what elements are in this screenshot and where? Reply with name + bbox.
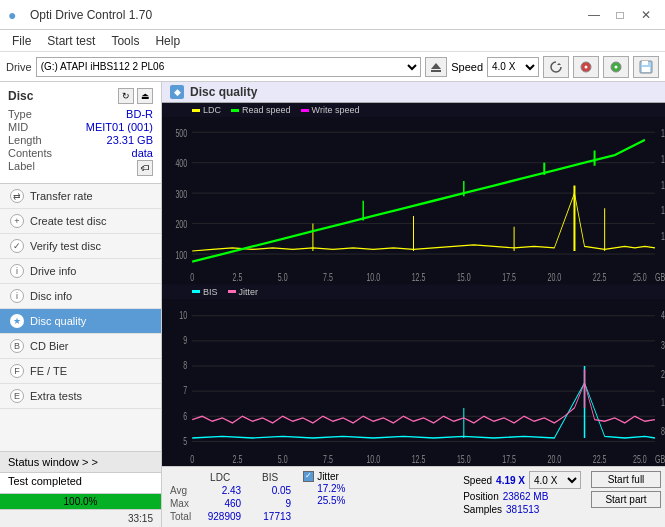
speed-pos-col: Speed 4.19 X 4.0 X Position 23862 MB xyxy=(463,471,581,515)
sidebar-item-cd-bier[interactable]: B CD Bier xyxy=(0,334,161,359)
svg-text:8%: 8% xyxy=(661,423,665,436)
jitter-checkbox[interactable] xyxy=(303,471,314,482)
svg-text:22.5: 22.5 xyxy=(593,452,607,465)
menu-start-test[interactable]: Start test xyxy=(39,32,103,50)
svg-text:2.5: 2.5 xyxy=(233,272,243,284)
save-button[interactable] xyxy=(633,56,659,78)
dq-header: ◆ Disc quality xyxy=(162,82,665,103)
svg-text:300: 300 xyxy=(175,188,187,200)
svg-text:20.0: 20.0 xyxy=(547,452,561,465)
bottom-chart: 10 9 8 7 6 5 40% 32% 24% 16% 8% 0 xyxy=(162,299,665,467)
disc-icon-button1[interactable] xyxy=(573,56,599,78)
speed-select[interactable]: 4.0 X xyxy=(487,57,539,77)
svg-rect-8 xyxy=(642,61,648,65)
sidebar-item-fe-te[interactable]: F FE / TE xyxy=(0,359,161,384)
svg-text:10.0: 10.0 xyxy=(366,272,380,284)
svg-text:14X: 14X xyxy=(661,179,665,191)
nav-list: ⇄ Transfer rate + Create test disc ✓ Ver… xyxy=(0,184,161,409)
status-window-header[interactable]: Status window > > xyxy=(0,452,161,473)
svg-marker-2 xyxy=(557,63,561,65)
extra-tests-icon: E xyxy=(10,389,24,403)
svg-text:40%: 40% xyxy=(661,308,665,321)
stats-table: LDC BIS Avg 2.43 0.05 Max 460 9 xyxy=(166,471,295,523)
window-frame: ● Opti Drive Control 1.70 — □ ✕ File Sta… xyxy=(0,0,665,527)
close-button[interactable]: ✕ xyxy=(635,6,657,24)
legend-ldc: LDC xyxy=(192,105,221,115)
start-part-button[interactable]: Start part xyxy=(591,491,661,508)
jitter-col: Jitter 17.2% 25.5% xyxy=(303,471,345,506)
status-section: Status window > > Test completed xyxy=(0,451,161,493)
verify-icon: ✓ xyxy=(10,239,24,253)
sidebar-item-transfer-rate[interactable]: ⇄ Transfer rate xyxy=(0,184,161,209)
disc-type-row: Type BD-R xyxy=(8,108,153,120)
svg-text:15.0: 15.0 xyxy=(457,272,471,284)
transfer-rate-icon: ⇄ xyxy=(10,189,24,203)
jitter-max: 25.5% xyxy=(303,495,345,506)
svg-point-4 xyxy=(585,65,588,68)
speed-label: Speed xyxy=(451,61,483,73)
disc-panel: Disc ↻ ⏏ Type BD-R MID MEIT01 (001) Leng… xyxy=(0,82,161,184)
read-speed-color xyxy=(231,109,239,112)
title-bar: ● Opti Drive Control 1.70 — □ ✕ xyxy=(0,0,665,30)
top-chart: 500 400 300 200 100 18X 16X 14X 12X 10X … xyxy=(162,117,665,285)
svg-rect-9 xyxy=(642,67,650,72)
eject-button[interactable] xyxy=(425,57,447,77)
sidebar-item-disc-info[interactable]: i Disc info xyxy=(0,284,161,309)
svg-text:500: 500 xyxy=(175,127,187,139)
sidebar-item-verify-test-disc[interactable]: ✓ Verify test disc xyxy=(0,234,161,259)
svg-rect-10 xyxy=(162,117,665,285)
dq-title: Disc quality xyxy=(190,85,257,99)
create-test-icon: + xyxy=(10,214,24,228)
sidebar-item-drive-info[interactable]: i Drive info xyxy=(0,259,161,284)
quality-speed-select[interactable]: 4.0 X xyxy=(529,471,581,489)
svg-text:7.5: 7.5 xyxy=(323,452,333,465)
maximize-button[interactable]: □ xyxy=(609,6,631,24)
bottom-status: 33:15 xyxy=(0,509,161,527)
svg-text:17.5: 17.5 xyxy=(502,272,516,284)
svg-text:22.5: 22.5 xyxy=(593,272,607,284)
disc-label-button[interactable]: 🏷 xyxy=(137,160,153,176)
progress-bar-container: 100.0% xyxy=(0,493,161,509)
total-row: Total 928909 17713 xyxy=(166,510,295,523)
svg-text:16%: 16% xyxy=(661,395,665,408)
svg-rect-1 xyxy=(431,70,441,72)
svg-text:17.5: 17.5 xyxy=(502,452,516,465)
window-controls: — □ ✕ xyxy=(583,6,657,24)
disc-quality-icon: ★ xyxy=(10,314,24,328)
disc-refresh-button[interactable]: ↻ xyxy=(118,88,134,104)
menu-file[interactable]: File xyxy=(4,32,39,50)
legend-jitter: Jitter xyxy=(228,287,259,297)
menu-tools[interactable]: Tools xyxy=(103,32,147,50)
jitter-avg: 17.2% xyxy=(303,483,345,494)
sidebar-item-create-test-disc[interactable]: + Create test disc xyxy=(0,209,161,234)
cd-bier-icon: B xyxy=(10,339,24,353)
svg-text:200: 200 xyxy=(175,219,187,231)
menu-help[interactable]: Help xyxy=(147,32,188,50)
svg-text:12.5: 12.5 xyxy=(412,272,426,284)
drive-select[interactable]: (G:) ATAPI iHBS112 2 PL06 xyxy=(36,57,422,77)
speed-row: Speed 4.19 X 4.0 X xyxy=(463,471,581,489)
menu-bar: File Start test Tools Help xyxy=(0,30,665,52)
svg-text:25.0: 25.0 xyxy=(633,452,647,465)
svg-text:2.5: 2.5 xyxy=(233,452,243,465)
write-speed-color xyxy=(301,109,309,112)
sidebar-item-extra-tests[interactable]: E Extra tests xyxy=(0,384,161,409)
disc-info-icon: i xyxy=(10,289,24,303)
svg-text:15.0: 15.0 xyxy=(457,452,471,465)
svg-point-6 xyxy=(615,65,618,68)
svg-text:5: 5 xyxy=(183,433,187,446)
toolbar: Drive (G:) ATAPI iHBS112 2 PL06 Speed 4.… xyxy=(0,52,665,82)
refresh-button[interactable] xyxy=(543,56,569,78)
start-full-button[interactable]: Start full xyxy=(591,471,661,488)
svg-text:32%: 32% xyxy=(661,338,665,351)
sidebar-item-disc-quality[interactable]: ★ Disc quality xyxy=(0,309,161,334)
disc-eject-button[interactable]: ⏏ xyxy=(137,88,153,104)
action-buttons: Start full Start part xyxy=(591,471,661,515)
svg-text:6: 6 xyxy=(183,408,187,421)
svg-text:12.5: 12.5 xyxy=(412,452,426,465)
svg-text:10.0: 10.0 xyxy=(366,452,380,465)
svg-text:0: 0 xyxy=(190,272,194,284)
minimize-button[interactable]: — xyxy=(583,6,605,24)
disc-icon-button2[interactable] xyxy=(603,56,629,78)
svg-text:24%: 24% xyxy=(661,366,665,379)
